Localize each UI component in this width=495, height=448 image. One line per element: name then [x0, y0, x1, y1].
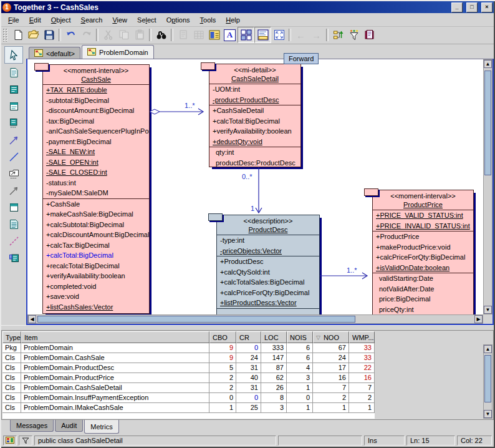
text-editor-button[interactable]: A [222, 27, 238, 42]
scroll-down-button[interactable]: ▼ [484, 306, 492, 314]
member[interactable]: +verifyAvailability:boolean [43, 271, 149, 281]
object-tool[interactable] [5, 199, 22, 215]
scroll-left-button[interactable]: ◀ [28, 315, 36, 323]
member[interactable]: +deductQty:void [209, 137, 300, 147]
member[interactable]: validStarting:Date [373, 273, 473, 284]
maximize-button[interactable]: □ [466, 2, 478, 12]
menu-edit[interactable]: Edit [25, 15, 46, 25]
member[interactable]: +listCashSales:Vector [43, 302, 149, 313]
class-cashsaledetail[interactable]: <<mi-detail>>CashSaleDetail-UOM:int-prod… [209, 64, 301, 167]
member[interactable]: +calcTotalSales:BigDecimal [217, 277, 319, 288]
member[interactable]: -SALE_OPEN:int [43, 157, 149, 168]
member[interactable]: -priceObjects:Vector [217, 246, 319, 256]
find-button[interactable] [153, 27, 169, 42]
member[interactable]: +PRICE_INVALID_STATUS:int [373, 221, 473, 231]
column-header-loc[interactable]: LOC [261, 331, 287, 343]
member[interactable]: +CashSaleDetail [209, 105, 300, 116]
explorer-button[interactable] [206, 27, 222, 42]
close-button[interactable]: × [481, 2, 493, 12]
scroll-down-button[interactable]: ▼ [484, 410, 492, 418]
column-header-nois[interactable]: NOIS [287, 331, 313, 343]
entity-class-tool[interactable] [5, 250, 22, 266]
member[interactable]: priceQty:int [373, 304, 473, 315]
undo-button[interactable] [63, 27, 79, 42]
save-button[interactable] [41, 27, 57, 42]
diagram-tab-default[interactable]: <default> [29, 47, 80, 59]
member[interactable]: +calcDiscountAmount:BigDecimal [43, 230, 149, 240]
status-filter-icon[interactable] [19, 436, 32, 446]
member[interactable]: +calcTotal:BigDecimal [209, 116, 300, 127]
member[interactable]: -subtotal:BigDecimal [43, 95, 149, 106]
new-button[interactable] [10, 27, 26, 42]
member[interactable]: +CashSale [43, 199, 149, 210]
status-overview-icon[interactable] [3, 436, 17, 446]
member[interactable]: price:BigDecimal [373, 294, 473, 304]
member[interactable]: -type:int [217, 235, 319, 246]
menu-search[interactable]: Search [77, 15, 107, 25]
interface-tool[interactable] [5, 98, 22, 114]
sync-button[interactable] [330, 27, 346, 42]
member[interactable]: -UOM:int [209, 84, 300, 95]
member[interactable]: +completed:void [43, 281, 149, 292]
bottom-tab-metrics[interactable]: Metrics [84, 420, 118, 434]
minimize-button[interactable]: _ [451, 2, 463, 12]
filter-button[interactable] [346, 27, 362, 42]
table-row[interactable]: ClsProblemDomain.InsuffPaymentException0… [2, 393, 375, 403]
table-row[interactable]: ClsProblemDomain.ProductDesc5318741722 [2, 363, 375, 373]
diagram-canvas[interactable]: <<moment-interval>>CashSale+TAX_RATE:dou… [27, 59, 483, 314]
fit-to-window-button[interactable] [271, 27, 287, 42]
title-bar[interactable]: 1 Together 3 -- CashSales _ □ × [1, 1, 494, 13]
column-header-noo[interactable]: ▽NOO [313, 331, 349, 343]
menu-file[interactable]: File [4, 15, 24, 25]
column-header-wmp[interactable]: WMP... [349, 331, 375, 343]
member[interactable]: +listProductDescs:Vector [217, 298, 319, 308]
scroll-right-button[interactable]: ▶ [474, 315, 483, 323]
member[interactable]: -payment:BigDecimal [43, 137, 149, 147]
column-header-cr[interactable]: CR [236, 331, 261, 343]
vertical-scroll-thumb[interactable] [484, 71, 491, 175]
association-tool[interactable] [5, 132, 22, 148]
member[interactable]: -anICashSaleSequencerPlugInPoir [43, 126, 149, 137]
member[interactable]: +makeProductPrice:void [373, 242, 473, 253]
help-book-button[interactable] [362, 27, 377, 42]
scroll-up-button[interactable]: ▲ [484, 345, 492, 353]
open-button[interactable] [26, 27, 41, 42]
table-row[interactable]: ClsProblemDomain.CashSaleDetail23126177 [2, 383, 375, 393]
member[interactable]: -SALE_CLOSED:int [43, 167, 149, 178]
document-tool[interactable] [5, 216, 22, 232]
member[interactable]: productDesc:ProductDesc [209, 158, 300, 168]
horizontal-scroll-thumb[interactable] [37, 316, 355, 323]
member[interactable]: -status:int [43, 178, 149, 188]
diagram-horizontal-scrollbar[interactable]: ◀ ▶ [27, 314, 483, 324]
member[interactable]: -product:ProductDesc [209, 95, 300, 105]
member[interactable]: +calcPriceForQty:BigDecimal [373, 252, 473, 263]
member[interactable]: -discountAmount:BigDecimal [43, 105, 149, 116]
menu-tools[interactable]: Tools [196, 15, 221, 25]
vertical-scroll-thumb[interactable] [484, 355, 491, 402]
member[interactable]: +ProductDesc [217, 256, 319, 267]
diagram-pane-button[interactable] [238, 27, 254, 43]
member[interactable]: +TAX_RATE:double [43, 85, 149, 95]
link-tool[interactable] [5, 149, 22, 165]
menu-help[interactable]: Help [221, 15, 244, 25]
table-row[interactable]: ClsProblemDomain.CashSale92414762433 [2, 353, 375, 363]
dashed-link-tool[interactable] [5, 233, 22, 249]
member[interactable]: +verifyAvailability:boolean [209, 126, 300, 137]
member[interactable]: +makeCashSale:BigDecimal [43, 209, 149, 220]
member[interactable]: qty:int [209, 147, 300, 158]
class-productprice[interactable]: <<moment-interval>>ProductPrice+PRICE_VA… [372, 190, 474, 314]
member[interactable]: +PRICE_VALID_STATUS:int [373, 210, 473, 221]
member[interactable]: +calcTax:BigDecimal [43, 240, 149, 251]
column-header-type[interactable]: Type [2, 331, 21, 343]
member[interactable]: +calcQtySold:int [217, 267, 319, 278]
member[interactable]: +save:void [43, 291, 149, 302]
table-row[interactable]: ClsProblemDomain.ProductPrice2406231616 [2, 373, 375, 383]
class-cashsale[interactable]: <<moment-interval>>CashSale+TAX_RATE:dou… [42, 64, 150, 314]
class-tool[interactable] [5, 81, 22, 97]
package-reference-tool[interactable] [5, 165, 22, 182]
scroll-up-button[interactable]: ▲ [484, 60, 492, 68]
dependency-tool[interactable] [5, 182, 22, 198]
member[interactable]: +calcPriceForQty:BigDecimal [217, 288, 319, 298]
class-productdesc[interactable]: <<description>>ProductDesc-type:int-pric… [216, 215, 320, 314]
table-row[interactable]: PkgProblemDomain9033366733 [2, 343, 375, 353]
